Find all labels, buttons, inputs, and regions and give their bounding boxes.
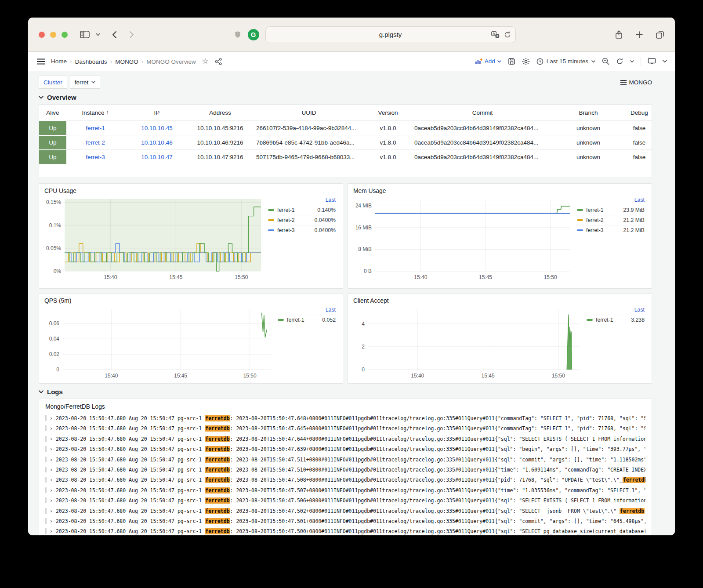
tv-mode-icon[interactable] — [648, 58, 656, 65]
log-line[interactable]: ›2023-08-20 15:50:47.680 Aug 20 15:50:47… — [45, 475, 645, 485]
column-header[interactable]: IP — [124, 105, 189, 120]
column-header[interactable]: UUID — [251, 105, 367, 120]
table-cell[interactable]: 10.10.10.45 — [124, 120, 189, 135]
expand-log-chevron-icon[interactable]: › — [50, 446, 53, 452]
breadcrumb-item[interactable]: MONGO Overview — [141, 58, 196, 65]
favorite-star-icon[interactable]: ☆ — [202, 57, 209, 66]
expand-log-chevron-icon[interactable]: › — [50, 518, 53, 524]
dashboard-settings-gear-icon[interactable] — [522, 58, 530, 65]
grammarly-extension-icon[interactable]: G — [248, 29, 259, 40]
log-line[interactable]: ›2023-08-20 15:50:47.680 Aug 20 15:50:47… — [45, 444, 645, 454]
new-tab-icon[interactable] — [635, 31, 643, 39]
column-header[interactable]: Alive — [39, 105, 66, 120]
log-line[interactable]: ›2023-08-20 15:50:47.680 Aug 20 15:50:47… — [45, 434, 645, 444]
zoom-window-button[interactable] — [62, 32, 68, 38]
expand-log-chevron-icon[interactable]: › — [50, 477, 53, 483]
mem-usage-chart[interactable]: 15:4015:4515:500 B8 MiB16 MiB24 MiB — [351, 195, 574, 283]
navbar-chevron-down-icon[interactable] — [663, 60, 667, 63]
log-highlight: ferretdb — [205, 497, 230, 504]
expand-log-chevron-icon[interactable]: › — [50, 508, 53, 514]
tab-overview-icon[interactable] — [656, 30, 664, 39]
table-cell[interactable]: 10.10.10.47 — [124, 149, 189, 164]
translate-icon[interactable]: Ax — [491, 31, 500, 38]
table-cell: unknown — [556, 120, 621, 135]
cpu-usage-chart[interactable]: 15:4015:4515:500%0.05%0.1%0.15% — [42, 195, 265, 283]
log-highlight: ferretdb — [205, 518, 230, 524]
mongo-dashboard-link[interactable]: MONGO — [620, 79, 652, 86]
legend-row[interactable]: ferret-221.2 MiB — [576, 215, 645, 225]
close-window-button[interactable] — [39, 32, 45, 38]
panel-title[interactable]: Client Accept — [348, 294, 652, 305]
legend-row[interactable]: ferret-123.9 MiB — [576, 205, 645, 215]
panel-title[interactable]: CPU Usage — [39, 184, 343, 195]
legend-row[interactable]: ferret-10.140% — [267, 205, 337, 215]
column-header[interactable]: Address — [189, 105, 251, 120]
log-line[interactable]: ›2023-08-20 15:50:47.680 Aug 20 15:50:47… — [45, 414, 645, 424]
save-dashboard-icon[interactable] — [508, 58, 515, 65]
logs-section-toggle[interactable]: Logs — [39, 388, 652, 396]
add-panel-button[interactable]: Add — [475, 58, 501, 65]
qps-chart[interactable]: 15:4015:4515:5000.020.040.06 — [42, 305, 275, 382]
column-header[interactable]: Commit — [409, 105, 556, 120]
refresh-interval-chevron-icon[interactable] — [630, 60, 634, 63]
panel-title[interactable]: QPS (5m) — [39, 294, 343, 305]
zoom-out-time-icon[interactable] — [602, 58, 609, 65]
expand-log-chevron-icon[interactable]: › — [50, 528, 53, 534]
menu-icon[interactable] — [37, 58, 45, 65]
overview-section-toggle[interactable]: Overview — [39, 94, 652, 101]
sidebar-chevron-icon[interactable] — [96, 33, 100, 36]
log-line[interactable]: ›2023-08-20 15:50:47.680 Aug 20 15:50:47… — [45, 496, 645, 506]
breadcrumb-item[interactable]: Home — [51, 58, 67, 65]
time-range-picker[interactable]: Last 15 minutes — [536, 58, 595, 65]
table-cell[interactable]: ferret-2 — [66, 135, 124, 149]
sidebar-toggle-icon[interactable] — [80, 31, 90, 38]
refresh-icon[interactable] — [616, 58, 623, 65]
column-header[interactable]: Instance ↑ — [66, 105, 124, 120]
column-header[interactable]: Debug — [621, 105, 652, 120]
expand-log-chevron-icon[interactable]: › — [50, 436, 53, 442]
cluster-variable-dropdown[interactable]: ferret — [70, 76, 101, 89]
back-button[interactable] — [112, 31, 117, 39]
share-icon[interactable] — [615, 30, 623, 40]
log-line[interactable]: ›2023-08-20 15:50:47.680 Aug 20 15:50:47… — [45, 516, 645, 526]
client-accept-chart[interactable]: 15:4015:4515:50024 — [351, 305, 584, 382]
table-cell: false — [621, 135, 652, 149]
reload-icon[interactable] — [504, 31, 511, 38]
expand-log-chevron-icon[interactable]: › — [50, 457, 53, 463]
breadcrumb-item[interactable]: MONGO — [110, 58, 138, 65]
breadcrumb-item[interactable]: Dashboards — [70, 58, 107, 65]
table-cell[interactable]: 10.10.10.46 — [124, 135, 189, 149]
log-line[interactable]: ›2023-08-20 15:50:47.680 Aug 20 15:50:47… — [45, 424, 645, 434]
legend-row[interactable]: ferret-321.2 MiB — [576, 225, 645, 235]
table-cell[interactable]: ferret-3 — [66, 149, 124, 164]
svg-text:15:40: 15:40 — [105, 373, 118, 379]
log-highlight: ferretdb — [205, 446, 230, 452]
dashboard-content: Cluster ferret MONGO Overview AliveInsta… — [28, 71, 675, 535]
forward-button[interactable] — [129, 31, 134, 39]
legend-row[interactable]: ferret-13.238 — [586, 315, 645, 325]
privacy-shield-icon[interactable] — [234, 30, 242, 39]
log-line[interactable]: ›2023-08-20 15:50:47.680 Aug 20 15:50:47… — [45, 486, 645, 496]
cluster-variable-label[interactable]: Cluster — [39, 76, 67, 89]
panel-title[interactable]: Mem Usage — [348, 184, 652, 195]
time-range-label: Last 15 minutes — [547, 58, 588, 65]
share-dashboard-icon[interactable] — [215, 58, 222, 65]
log-line[interactable]: ›2023-08-20 15:50:47.680 Aug 20 15:50:47… — [45, 465, 645, 475]
expand-log-chevron-icon[interactable]: › — [50, 497, 53, 504]
legend-row[interactable]: ferret-10.052 — [277, 315, 337, 325]
log-line[interactable]: ›2023-08-20 15:50:47.680 Aug 20 15:50:47… — [45, 526, 645, 535]
table-cell[interactable]: ferret-1 — [66, 120, 124, 135]
log-line[interactable]: ›2023-08-20 15:50:47.680 Aug 20 15:50:47… — [45, 506, 645, 516]
legend-row[interactable]: ferret-30.0400% — [267, 225, 337, 235]
minimize-window-button[interactable] — [50, 32, 56, 38]
url-bar[interactable]: g.pigsty Ax — [265, 26, 516, 43]
expand-log-chevron-icon[interactable]: › — [50, 487, 53, 494]
column-header[interactable]: Branch — [556, 105, 621, 120]
log-line[interactable]: ›2023-08-20 15:50:47.680 Aug 20 15:50:47… — [45, 455, 645, 465]
expand-log-chevron-icon[interactable]: › — [50, 415, 53, 421]
expand-log-chevron-icon[interactable]: › — [50, 425, 53, 432]
column-header[interactable]: Version — [367, 105, 409, 120]
legend-row[interactable]: ferret-20.0400% — [267, 215, 337, 225]
series-color-swatch — [577, 229, 583, 231]
expand-log-chevron-icon[interactable]: › — [50, 467, 53, 473]
